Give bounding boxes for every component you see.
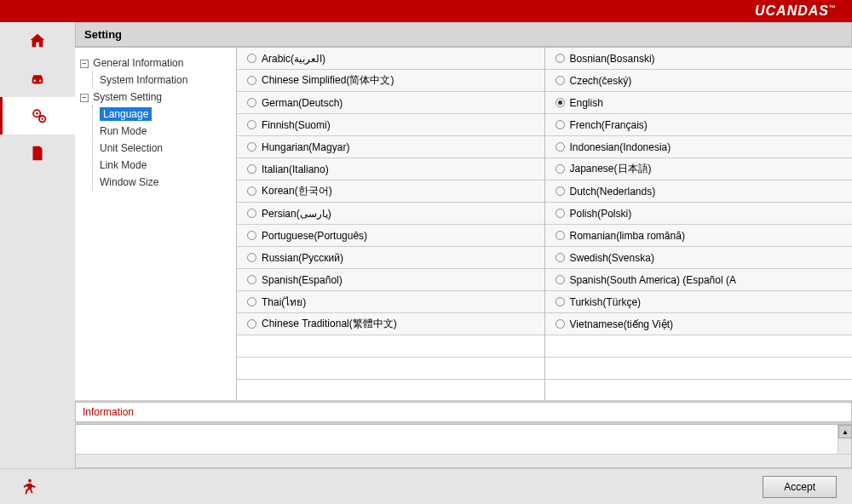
language-label: Portuguese(Português) [262,230,367,242]
radio-icon[interactable] [247,98,256,107]
language-option[interactable]: Spanish(Español) [237,269,544,291]
radio-icon[interactable] [247,120,256,129]
language-option[interactable]: Turkish(Türkçe) [545,291,853,313]
language-option[interactable]: Czech(český) [545,70,853,92]
language-option[interactable]: Bosnian(Bosanski) [545,48,853,70]
radio-icon[interactable] [247,186,256,196]
language-option[interactable]: Arabic(العربية) [237,48,544,70]
svg-point-3 [41,117,43,119]
runner-icon[interactable] [20,478,39,496]
language-label: Finnish(Suomi) [262,119,331,131]
radio-icon[interactable] [556,253,565,262]
language-option[interactable]: Chinese Traditional(繁體中文) [237,313,544,335]
radio-icon[interactable] [556,164,565,174]
language-option[interactable]: Spanish(South America) (Español (A [545,269,853,291]
tree-language[interactable]: Language [100,106,231,123]
radio-icon[interactable] [556,98,565,107]
sidebar-vehicle[interactable] [0,60,75,97]
sidebar-settings[interactable] [0,97,75,135]
radio-icon[interactable] [247,54,256,63]
radio-icon[interactable] [247,209,256,218]
language-option[interactable]: Swedish(Svenska) [545,247,853,269]
sidebar-report[interactable] [0,135,75,172]
collapse-icon[interactable]: − [80,94,89,102]
tree-window-size[interactable]: Window Size [100,174,231,191]
tree-system-info[interactable]: System Information [100,72,231,89]
language-option[interactable]: English [545,92,853,114]
language-option[interactable]: Chinese Simplified(简体中文) [237,70,544,92]
language-option[interactable]: Vietnamese(tiếng Việt) [545,313,853,335]
language-option[interactable]: Russian(Русский) [237,247,544,269]
language-label: Indonesian(Indonesia) [570,141,671,153]
language-option[interactable]: Finnish(Suomi) [237,114,544,136]
language-label: Czech(český) [570,75,632,87]
language-label: Arabic(العربية) [262,53,325,65]
language-label: Korean(한국어) [262,184,332,198]
main-panel: Setting − General Information System Inf… [75,22,852,468]
scroll-up-icon[interactable]: ▲ [838,425,852,438]
language-label: Spanish(South America) (Español (A [570,274,736,286]
radio-icon[interactable] [247,164,256,174]
radio-icon[interactable] [247,142,256,152]
radio-icon[interactable] [556,120,565,129]
radio-icon[interactable] [556,142,565,152]
page-title: Setting [75,22,852,47]
radio-icon[interactable] [556,54,565,63]
radio-icon[interactable] [247,76,256,85]
language-option[interactable]: French(Français) [545,114,853,136]
language-option[interactable]: Romanian(limba română) [545,225,853,247]
language-label: Italian(Italiano) [262,163,329,175]
radio-icon[interactable] [247,297,256,306]
language-label: Vietnamese(tiếng Việt) [570,318,674,330]
language-option[interactable]: German(Deutsch) [237,92,544,114]
language-option[interactable]: Dutch(Nederlands) [545,180,853,203]
radio-icon[interactable] [556,275,565,284]
language-label: Bosnian(Bosanski) [570,53,655,65]
tree-link-mode[interactable]: Link Mode [100,157,231,174]
language-label: Dutch(Nederlands) [570,186,656,198]
home-icon [28,32,47,50]
language-option[interactable]: Hungarian(Magyar) [237,136,544,158]
tree-run-mode[interactable]: Run Mode [100,123,231,140]
radio-icon[interactable] [556,319,565,329]
document-icon [28,144,47,163]
language-option[interactable]: Persian(پارسی) [237,203,544,225]
radio-icon[interactable] [556,231,565,240]
radio-icon[interactable] [556,297,565,306]
empty-row [237,358,544,380]
language-label: Spanish(Español) [262,274,343,286]
radio-icon[interactable] [247,253,256,262]
radio-icon[interactable] [556,76,565,85]
collapse-icon[interactable]: − [80,60,89,68]
tree-system-setting[interactable]: − System Setting [80,89,231,106]
language-option[interactable]: Italian(Italiano) [237,158,544,180]
car-icon [28,69,47,88]
language-option[interactable]: Portuguese(Português) [237,225,544,247]
sidebar-home[interactable] [0,22,75,60]
horizontal-scrollbar[interactable] [76,454,851,467]
radio-icon[interactable] [247,231,256,240]
language-option[interactable]: Japanese(日本語) [545,158,853,180]
accept-button[interactable]: Accept [763,476,837,498]
radio-icon[interactable] [556,209,565,218]
language-option[interactable]: Indonesian(Indonesia) [545,136,853,158]
radio-icon[interactable] [247,275,256,284]
language-label: French(Français) [570,119,648,131]
tree-general-info[interactable]: − General Information [80,54,231,72]
tree-unit-selection[interactable]: Unit Selection [100,140,231,157]
language-column-1: Arabic(العربية)Chinese Simplified(简体中文)G… [237,48,545,400]
language-option[interactable]: Korean(한국어) [237,180,544,203]
language-option[interactable]: Polish(Polski) [545,203,853,225]
radio-icon[interactable] [247,319,256,329]
language-label: Hungarian(Magyar) [262,141,349,153]
language-label: Japanese(日本語) [570,162,652,176]
vertical-scrollbar[interactable]: ▲ [838,425,851,454]
language-label: Thai(ไทย) [262,294,306,310]
app-header: UCANDAS™ [0,0,852,22]
empty-row [237,335,544,358]
language-label: English [570,97,603,109]
language-option[interactable]: Thai(ไทย) [237,291,544,313]
radio-icon[interactable] [556,186,565,196]
empty-row [545,335,853,358]
language-label: Persian(پارسی) [262,208,331,220]
